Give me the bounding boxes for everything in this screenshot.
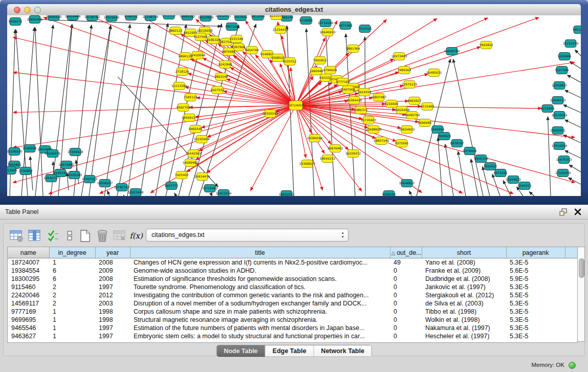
network-view[interactable]: 9435572206914062095652018914448152367821… <box>7 15 581 196</box>
column-header-short[interactable]: short <box>422 247 506 258</box>
graph-node[interactable]: 16209372 <box>345 150 361 158</box>
graph-node[interactable]: 3913909 <box>7 167 17 174</box>
graph-node[interactable]: 25206520 <box>7 148 22 156</box>
graph-node[interactable]: 3624554 <box>358 89 372 96</box>
graph-node[interactable]: 1990448 <box>310 68 323 75</box>
graph-node[interactable]: 2935114 <box>474 155 488 163</box>
graph-node[interactable]: 18645213 <box>320 155 336 163</box>
graph-node[interactable]: 12505185 <box>67 171 82 179</box>
graph-node[interactable]: 9375692 <box>395 140 409 147</box>
graph-node[interactable]: 9896120 <box>179 53 192 60</box>
graph-node[interactable]: 20364436 <box>346 97 362 104</box>
graph-node[interactable]: 8186328 <box>207 36 221 44</box>
table-row[interactable]: 946362711997Embryonic stem cells: a mode… <box>8 332 577 340</box>
graph-node[interactable]: 10646822 <box>399 180 415 187</box>
graph-node[interactable]: 9592705 <box>177 104 190 112</box>
graph-node[interactable]: 9168332 <box>124 15 138 20</box>
graph-node[interactable]: 16033809 <box>198 15 214 21</box>
graph-node[interactable]: 12213399 <box>171 82 187 90</box>
graph-node[interactable]: 7857224 <box>225 23 239 31</box>
graph-node[interactable]: 2151546 <box>230 35 244 43</box>
graph-node[interactable]: 14495759 <box>404 112 420 119</box>
column-header-title[interactable]: title <box>130 247 390 258</box>
graph-node[interactable]: 7485063 <box>398 67 411 74</box>
graph-node[interactable]: 15720407 <box>361 117 377 124</box>
column-header-year[interactable]: year <box>95 247 130 258</box>
graph-node[interactable]: 8131074 <box>270 15 284 20</box>
column-header-name[interactable]: name <box>8 247 49 258</box>
close-panel-icon[interactable] <box>574 208 582 216</box>
graph-node[interactable]: 18914448 <box>65 15 81 20</box>
graph-node[interactable]: 6879197 <box>450 140 464 147</box>
graph-node[interactable]: 8860123 <box>169 27 183 35</box>
table-row[interactable]: 946554611997Estimation of the future num… <box>8 324 577 332</box>
graph-node[interactable]: 10973493 <box>391 53 407 60</box>
graph-node[interactable]: 21258734 <box>143 15 159 21</box>
column-header-pagerank[interactable]: pagerank <box>506 247 565 258</box>
graph-node[interactable]: 5951804 <box>573 26 581 34</box>
graph-node[interactable]: 9699695 <box>418 119 432 127</box>
tab-network-table[interactable]: Network Table <box>314 345 372 357</box>
graph-node[interactable]: 8215955 <box>541 105 555 113</box>
table-row[interactable]: 1830029562008Estimation of significance … <box>8 275 577 283</box>
graph-node[interactable]: 10532571 <box>215 15 231 20</box>
graph-node[interactable]: 1156869 <box>19 167 33 175</box>
graph-node[interactable]: 11442563 <box>186 150 202 158</box>
graph-node[interactable]: 16640910 <box>320 29 336 36</box>
graph-node[interactable]: 7832621 <box>484 163 497 170</box>
graph-node[interactable]: 20206576 <box>45 150 61 158</box>
graph-node[interactable]: 19654923 <box>399 126 415 134</box>
row-height-icon[interactable] <box>62 228 77 244</box>
graph-node[interactable]: 10193458 <box>194 136 210 143</box>
table-row[interactable]: 977716911998Corpus callosum shape and si… <box>8 308 577 316</box>
graph-node[interactable]: 9474444 <box>463 147 477 155</box>
graph-node[interactable]: 13942737 <box>43 174 59 182</box>
table-column-icon[interactable] <box>27 228 42 244</box>
table-settings-icon[interactable] <box>9 228 24 244</box>
graph-node[interactable]: 16958107 <box>97 180 113 187</box>
graph-node[interactable]: 14569117 <box>182 114 198 122</box>
delete-trash-icon[interactable] <box>95 228 110 244</box>
graph-node[interactable]: 9657771 <box>165 182 179 190</box>
graph-node[interactable]: 8427552 <box>211 86 225 94</box>
graph-node[interactable]: 14099481 <box>183 159 199 167</box>
graph-node[interactable]: 9242848 <box>219 61 232 69</box>
graph-node[interactable]: 9435572 <box>9 18 23 26</box>
graph-node[interactable]: 9875685 <box>222 48 236 56</box>
graph-node[interactable]: 16423214 <box>216 190 232 196</box>
graph-node[interactable]: 17957253 <box>82 176 98 183</box>
tab-edge-table[interactable]: Edge Table <box>266 345 314 357</box>
table-row[interactable]: 1456911722003Disruption of a novel membe… <box>8 299 577 308</box>
table-scrollbar-thumb[interactable] <box>579 258 584 278</box>
graph-node[interactable]: 10688609 <box>366 126 382 134</box>
graph-node[interactable]: 17025640 <box>104 15 120 21</box>
graph-node[interactable]: 7515526 <box>358 25 372 33</box>
graph-node[interactable]: 10954022 <box>506 176 521 184</box>
graph-node[interactable]: 17016504 <box>552 142 568 150</box>
graph-node[interactable]: 18052022 <box>279 191 295 196</box>
graph-node[interactable]: 7663822 <box>480 41 493 49</box>
graph-node[interactable]: 6794028 <box>323 67 337 74</box>
graph-node[interactable]: 2803144 <box>214 73 228 81</box>
graph-node[interactable]: 15236782 <box>84 15 100 21</box>
graph-node[interactable]: 18300295 <box>263 110 278 118</box>
table-source-dropdown[interactable]: citations_edges.txt ▲▼ <box>146 229 349 242</box>
graph-node[interactable]: 1527602 <box>234 15 248 21</box>
column-header-in_degree[interactable]: in_degree <box>49 247 95 258</box>
graph-node[interactable]: 10719184 <box>318 19 334 27</box>
graph-node[interactable]: 9245012 <box>518 182 532 190</box>
table-row[interactable]: 1938455462009Genome-wide association stu… <box>8 267 577 275</box>
graph-node[interactable]: 12093857 <box>552 82 568 90</box>
table-row[interactable]: 969969511998Structural magnetic resonanc… <box>8 316 577 324</box>
graph-node[interactable]: 16648784 <box>444 48 460 55</box>
table-row[interactable]: 1872400712008Changes of HCN gene express… <box>8 258 577 267</box>
graph-node[interactable]: 9227349 <box>555 67 569 74</box>
graph-node[interactable]: 2986372 <box>354 106 368 114</box>
graph-node[interactable]: 15751074 <box>563 40 579 48</box>
graph-node[interactable]: 20691406 <box>27 16 43 24</box>
graph-node[interactable]: 9168990 <box>23 145 37 152</box>
graph-node[interactable]: 17359928 <box>68 148 83 156</box>
graph-node[interactable]: 8958923 <box>438 133 451 140</box>
graph-node[interactable]: 18724007 <box>288 101 304 110</box>
graph-node[interactable]: 12444153 <box>550 97 566 104</box>
